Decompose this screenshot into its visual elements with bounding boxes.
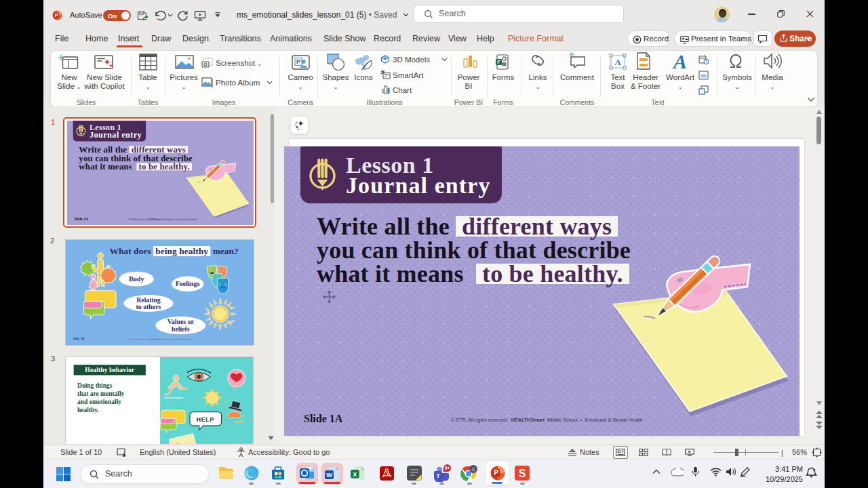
svg-text:Stress: Stress [233, 418, 245, 424]
svg-text:9+: 9+ [445, 466, 450, 470]
svg-text:A: A [672, 52, 687, 71]
svg-text:C: C [471, 467, 475, 472]
svg-text:S: S [519, 468, 526, 479]
svg-text:T: T [436, 472, 440, 479]
svg-text:z: z [813, 468, 815, 472]
svg-text:W: W [326, 471, 332, 479]
svg-text:P: P [494, 469, 498, 476]
svg-text:X: X [353, 471, 357, 478]
svg-text:A: A [614, 57, 621, 67]
svg-text:HELP: HELP [197, 415, 214, 422]
svg-text:F: F [497, 59, 500, 65]
svg-text:P: P [296, 58, 300, 65]
svg-text:P: P [55, 12, 58, 18]
